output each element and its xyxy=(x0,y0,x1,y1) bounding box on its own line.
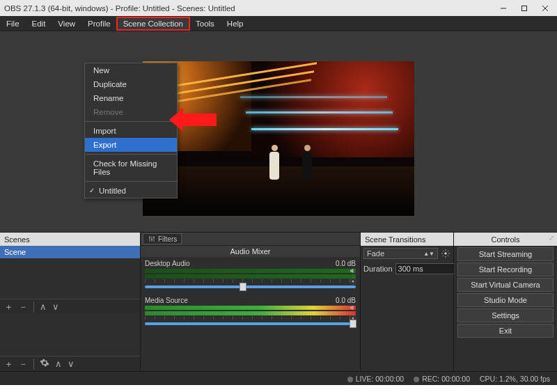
audio-meter xyxy=(145,306,356,310)
menu-item-rename[interactable]: Rename xyxy=(85,91,177,105)
menubar: File Edit View Profile Scene Collection … xyxy=(0,16,557,31)
start-virtual-camera-button[interactable]: Start Virtual Camera xyxy=(457,278,554,292)
scene-down-icon[interactable]: ∨ xyxy=(52,301,59,312)
obs-window: OBS 27.1.3 (64-bit, windows) - Profile: … xyxy=(0,0,557,385)
svg-rect-1 xyxy=(522,6,527,10)
menu-profile[interactable]: Profile xyxy=(81,17,117,30)
speaker-icon[interactable] xyxy=(349,304,357,312)
close-button[interactable] xyxy=(535,1,556,15)
mixer-track: Media Source0.0 dB xyxy=(141,294,360,327)
start-recording-button[interactable]: Start Recording xyxy=(457,262,554,276)
duration-label: Duration xyxy=(363,265,393,273)
start-streaming-button[interactable]: Start Streaming xyxy=(457,247,554,261)
window-title: OBS 27.1.3 (64-bit, windows) - Profile: … xyxy=(4,4,493,13)
transition-select[interactable]: Fade▲▼ xyxy=(363,248,438,259)
titlebar: OBS 27.1.3 (64-bit, windows) - Profile: … xyxy=(0,0,557,16)
menu-separator xyxy=(85,181,177,182)
svg-point-6 xyxy=(153,237,155,238)
source-down-icon[interactable]: ∨ xyxy=(68,359,74,369)
menu-item-check-missing[interactable]: Check for Missing Files xyxy=(85,157,177,179)
audio-meter xyxy=(145,269,356,273)
maximize-button[interactable] xyxy=(514,1,535,15)
volume-slider[interactable] xyxy=(145,322,356,325)
menu-item-export[interactable]: Export xyxy=(85,138,177,152)
filters-icon xyxy=(148,235,156,243)
controls-panel: Controls ⤢ Start Streaming Start Recordi… xyxy=(454,233,557,371)
filters-button[interactable]: Filters xyxy=(143,233,182,244)
audio-meter xyxy=(145,274,356,279)
remove-scene-icon[interactable]: － xyxy=(19,301,28,313)
settings-button[interactable]: Settings xyxy=(457,308,554,322)
status-live: LIVE: 00:00:00 xyxy=(347,375,404,383)
scenes-panel: Scenes Scene ＋ － ∧ ∨ ＋ － ∧ ∨ xyxy=(0,233,141,371)
mixer-title: Audio Mixer xyxy=(141,246,360,257)
menu-view[interactable]: View xyxy=(52,17,81,30)
scenes-header: Scenes xyxy=(0,233,140,246)
track-name: Media Source xyxy=(145,297,188,304)
scene-collection-dropdown: New Duplicate Rename Remove Import Expor… xyxy=(84,63,178,198)
chevron-up-down-icon: ▲▼ xyxy=(423,251,434,257)
menu-item-new[interactable]: New xyxy=(85,63,177,77)
svg-point-4 xyxy=(149,237,150,238)
menu-tools[interactable]: Tools xyxy=(189,17,221,30)
scene-item[interactable]: Scene xyxy=(0,246,140,258)
controls-header: Controls ⤢ xyxy=(454,233,557,246)
scene-up-icon[interactable]: ∧ xyxy=(40,301,47,312)
gear-icon[interactable] xyxy=(349,277,357,285)
audio-meter xyxy=(145,311,356,315)
menu-file[interactable]: File xyxy=(0,17,26,30)
slider-knob[interactable] xyxy=(240,283,246,291)
video-preview[interactable] xyxy=(143,61,414,216)
menu-edit[interactable]: Edit xyxy=(26,17,52,30)
remove-source-icon[interactable]: － xyxy=(19,358,28,370)
scenes-toolbar: ＋ － ∧ ∨ xyxy=(0,299,140,314)
menu-scene-collection[interactable]: Scene Collection xyxy=(117,17,189,30)
sources-list[interactable] xyxy=(0,314,140,356)
mixer-toolbar: Filters xyxy=(141,233,360,246)
audio-mixer-panel: Filters Audio Mixer Desktop Audio0.0 dB xyxy=(141,233,361,371)
status-cpu: CPU: 1.2%, 30.00 fps xyxy=(480,375,550,383)
source-settings-icon[interactable] xyxy=(40,358,49,370)
transitions-header: Scene Transitions xyxy=(361,233,453,246)
menu-item-remove: Remove xyxy=(85,105,177,119)
svg-point-9 xyxy=(444,252,447,255)
menu-separator xyxy=(85,154,177,155)
mixer-track: Desktop Audio0.0 dB xyxy=(141,257,360,290)
speaker-icon[interactable] xyxy=(349,267,357,275)
svg-point-5 xyxy=(151,239,152,240)
live-dot-icon xyxy=(347,377,353,382)
gear-icon[interactable] xyxy=(349,314,357,322)
status-bar: LIVE: 00:00:00 REC: 00:00:00 CPU: 1.2%, … xyxy=(0,371,557,385)
menu-item-untitled[interactable]: Untitled xyxy=(85,184,177,198)
preview-area: New Duplicate Rename Remove Import Expor… xyxy=(0,31,557,232)
menu-separator xyxy=(85,121,177,122)
svg-point-7 xyxy=(352,281,354,283)
menu-item-import[interactable]: Import xyxy=(85,124,177,138)
status-rec: REC: 00:00:00 xyxy=(414,375,470,383)
exit-button[interactable]: Exit xyxy=(457,324,554,338)
volume-slider[interactable] xyxy=(145,285,356,288)
sources-toolbar: ＋ － ∧ ∨ xyxy=(0,356,140,371)
studio-mode-button[interactable]: Studio Mode xyxy=(457,293,554,307)
add-source-icon[interactable]: ＋ xyxy=(4,358,13,370)
minimize-button[interactable] xyxy=(493,1,514,15)
rec-dot-icon xyxy=(414,377,419,382)
annotation-arrow xyxy=(182,113,217,126)
menu-help[interactable]: Help xyxy=(221,17,250,30)
undock-icon[interactable]: ⤢ xyxy=(549,234,554,242)
transitions-panel: Scene Transitions Fade▲▼ Duration ▴▾ xyxy=(361,233,454,371)
add-scene-icon[interactable]: ＋ xyxy=(4,301,13,313)
menu-item-duplicate[interactable]: Duplicate xyxy=(85,77,177,91)
controls-body: Start Streaming Start Recording Start Vi… xyxy=(454,246,557,371)
gear-icon[interactable] xyxy=(441,249,450,258)
mixer-body: Desktop Audio0.0 dB Media Source0.0 dB xyxy=(141,257,360,371)
transitions-body: Fade▲▼ Duration ▴▾ xyxy=(361,246,453,371)
bottom-panels: Scenes Scene ＋ － ∧ ∨ ＋ － ∧ ∨ xyxy=(0,232,557,371)
source-up-icon[interactable]: ∧ xyxy=(55,359,62,369)
scenes-list[interactable]: Scene xyxy=(0,246,140,299)
svg-point-8 xyxy=(352,317,354,320)
track-name: Desktop Audio xyxy=(145,260,190,267)
